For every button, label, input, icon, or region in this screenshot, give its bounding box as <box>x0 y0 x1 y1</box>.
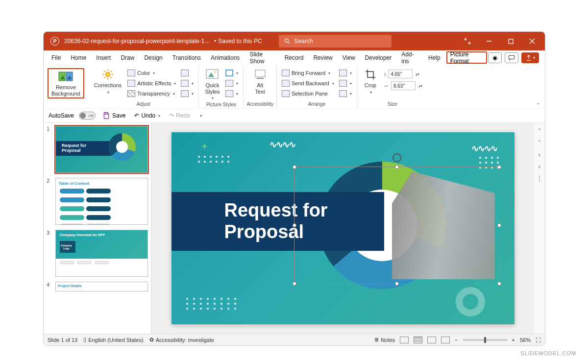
comments-button[interactable] <box>505 52 518 63</box>
rotate-handle[interactable] <box>392 153 401 162</box>
minimize-button[interactable] <box>478 32 500 50</box>
tab-slide-show[interactable]: Slide Show <box>245 50 279 65</box>
selection-pane-button[interactable]: Selection Pane <box>280 89 336 98</box>
group-arrange: Bring Forward▾ Send Backward▾ Selection … <box>277 65 357 108</box>
search-input[interactable]: Search <box>279 35 392 48</box>
transparency-button[interactable]: Transparency▾ <box>125 89 178 98</box>
tab-draw[interactable]: Draw <box>116 50 139 65</box>
thumbnail-1[interactable]: Request for Proposal <box>55 126 148 173</box>
zoom-out-button[interactable]: − <box>455 337 458 343</box>
resize-handle[interactable] <box>293 165 296 169</box>
thumbnail-2[interactable]: Table of Content <box>55 178 148 225</box>
resize-handle[interactable] <box>293 223 296 227</box>
maximize-button[interactable] <box>500 32 521 50</box>
tab-help[interactable]: Help <box>423 50 445 65</box>
height-input[interactable]: ↕4.65"▴▾ <box>382 69 424 79</box>
width-input[interactable]: ↔8.63"▴▾ <box>382 81 424 91</box>
thumbnail-3[interactable]: Company Overview for RFP Company Logo <box>55 230 148 277</box>
zigzag-decor: ∿∿∿∿ <box>270 139 295 150</box>
slideshow-view-button[interactable] <box>441 337 450 343</box>
menu-icon[interactable]: ⋮ <box>537 175 542 182</box>
compress-pictures-button[interactable] <box>179 68 196 78</box>
remove-background-icon <box>58 70 73 83</box>
selection-box[interactable] <box>294 167 500 284</box>
zoom-value[interactable]: 56% <box>520 337 531 343</box>
watermark: SLIDEMODEL.COM <box>520 350 576 356</box>
svg-point-11 <box>106 73 110 77</box>
corrections-button[interactable]: Corrections ▾ <box>91 67 124 96</box>
qat-customize-button[interactable]: ▾ <box>200 114 202 118</box>
chevron-down-icon: ▾ <box>107 90 109 95</box>
quick-styles-button[interactable]: Quick Styles▾ <box>202 67 222 101</box>
app-icon: P <box>50 37 59 46</box>
fit-to-window-button[interactable]: ⛶ <box>536 337 541 343</box>
artistic-icon <box>127 80 135 87</box>
tab-insert[interactable]: Insert <box>91 50 116 65</box>
group-icon <box>339 80 347 87</box>
slide-counter[interactable]: Slide 1 of 13 <box>48 337 77 343</box>
notes-button[interactable]: ≣Notes <box>374 337 395 343</box>
reading-view-button[interactable] <box>427 337 436 343</box>
normal-view-button[interactable] <box>400 337 409 343</box>
collapse-ribbon-button[interactable]: ⌄ <box>536 100 540 105</box>
change-picture-button[interactable]: ▾ <box>179 78 196 88</box>
tab-developer[interactable]: Developer <box>360 50 397 65</box>
thumbnail-4[interactable]: Project Details <box>55 282 148 291</box>
tab-view[interactable]: View <box>338 50 360 65</box>
rotate-button[interactable]: ▾ <box>337 89 354 98</box>
plus-decor: + <box>202 141 208 152</box>
resize-handle[interactable] <box>395 165 399 169</box>
artistic-effects-button[interactable]: Artistic Effects▾ <box>125 78 178 88</box>
picture-effects-button[interactable]: ▾ <box>223 78 240 88</box>
tab-picture-format[interactable]: Picture Format <box>446 51 487 64</box>
tab-record[interactable]: Record <box>280 50 309 65</box>
share-button[interactable]: ▾ <box>521 52 539 63</box>
alt-text-button[interactable]: Alt Text <box>250 67 270 96</box>
tab-add-ins[interactable]: Add-ins <box>396 50 423 65</box>
autosave-toggle[interactable]: Off <box>79 112 96 120</box>
record-mode-button[interactable]: ◉ <box>488 52 502 63</box>
autosave-label: AutoSave <box>49 112 74 119</box>
chevron-left-icon[interactable]: ‹ <box>539 151 540 158</box>
picture-layout-button[interactable]: ▾ <box>223 89 240 98</box>
tab-home[interactable]: Home <box>66 50 91 65</box>
group-button[interactable]: ▾ <box>337 78 354 88</box>
resize-handle[interactable] <box>497 282 501 286</box>
chevron-down-icon: ▾ <box>265 39 267 44</box>
undo-button[interactable]: ↶Undo▾ <box>132 111 162 121</box>
chevron-up-icon[interactable]: ˄ <box>538 128 541 135</box>
align-button[interactable]: ▾ <box>337 68 354 78</box>
tab-animations[interactable]: Animations <box>206 50 245 65</box>
zoom-slider[interactable] <box>463 339 507 341</box>
save-button[interactable]: Save <box>100 111 127 121</box>
svg-rect-6 <box>509 55 514 59</box>
rotate-icon <box>339 90 347 97</box>
send-backward-button[interactable]: Send Backward▾ <box>280 78 336 88</box>
sorter-view-button[interactable] <box>414 337 422 343</box>
picture-border-button[interactable]: ▾ <box>223 68 240 78</box>
color-button[interactable]: Color▾ <box>125 68 178 78</box>
slide-canvas[interactable]: ∿∿∿∿ + Request for Proposal ∿∿∿∿ <box>151 123 534 334</box>
chevron-down-icon[interactable]: ˅ <box>538 140 541 146</box>
resize-handle[interactable] <box>395 282 399 286</box>
tab-review[interactable]: Review <box>308 50 337 65</box>
resize-handle[interactable] <box>497 165 501 169</box>
resize-handle[interactable] <box>293 282 296 286</box>
language-button[interactable]: ▯English (United States) <box>83 337 144 343</box>
slide-thumbnails: 1 Request for Proposal 2 Table of Conten… <box>44 123 151 334</box>
bring-forward-button[interactable]: Bring Forward▾ <box>280 68 336 78</box>
remove-background-button[interactable]: Remove Background <box>48 68 84 98</box>
sparkle-button[interactable] <box>457 32 478 50</box>
save-status[interactable]: • Saved to this PC ▾ <box>214 38 267 45</box>
crop-button[interactable]: Crop▾ <box>360 67 381 96</box>
close-button[interactable] <box>521 32 543 50</box>
reset-picture-button[interactable]: ▾ <box>179 89 196 98</box>
redo-button[interactable]: ↷Redo <box>167 111 192 121</box>
chevron-right-icon[interactable]: › <box>539 163 540 170</box>
resize-handle[interactable] <box>497 223 501 227</box>
accessibility-button[interactable]: ✿Accessibility: Investigate <box>149 337 214 343</box>
tab-design[interactable]: Design <box>139 50 167 65</box>
tab-transitions[interactable]: Transitions <box>168 50 206 65</box>
tab-file[interactable]: File <box>47 50 66 65</box>
zoom-in-button[interactable]: + <box>512 337 515 343</box>
